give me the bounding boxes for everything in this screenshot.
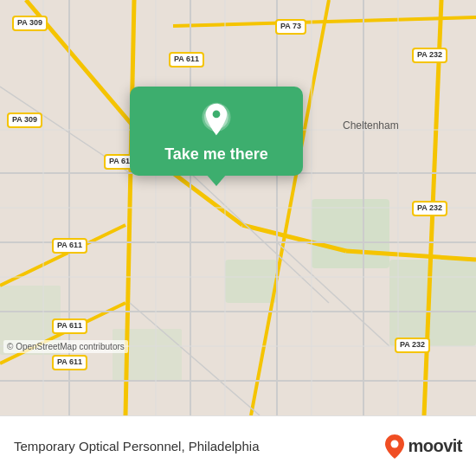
svg-point-40 [391,440,399,447]
location-text: Temporary Optical Personnel, Philadelphi… [14,439,259,453]
road-badge-pa73: PA 73 [275,19,306,35]
cheltenham-label: Cheltenham [343,119,399,132]
svg-rect-3 [389,260,476,346]
moovit-brand-text: moovit [408,436,462,456]
svg-point-39 [213,111,221,119]
take-me-there-button[interactable]: Take me there [164,145,268,164]
road-badge-pa232-2: PA 232 [412,201,447,216]
moovit-pin-icon [385,434,404,459]
map-container: PA 309 PA 309 PA 611 PA 73 PA 232 PA 611… [0,0,476,415]
osm-copyright: © OpenStreetMap contributors [3,340,128,353]
road-badge-pa309-2: PA 309 [7,113,42,128]
road-badge-pa611-1: PA 611 [169,52,204,68]
svg-rect-5 [113,329,182,381]
road-badge-pa232-3: PA 232 [395,338,430,353]
moovit-logo: moovit [385,434,462,459]
bottom-bar: Temporary Optical Personnel, Philadelphi… [0,415,476,476]
svg-rect-2 [225,260,277,303]
popup-card: Take me there [130,87,303,176]
road-badge-pa309-1: PA 309 [12,16,48,31]
road-badge-pa232-1: PA 232 [412,48,447,63]
location-pin-icon [199,102,234,137]
road-badge-pa611-4: PA 611 [52,318,87,334]
road-badge-pa611-3: PA 611 [52,238,87,254]
road-badge-pa611-5: PA 611 [52,355,87,370]
svg-rect-1 [312,199,389,268]
